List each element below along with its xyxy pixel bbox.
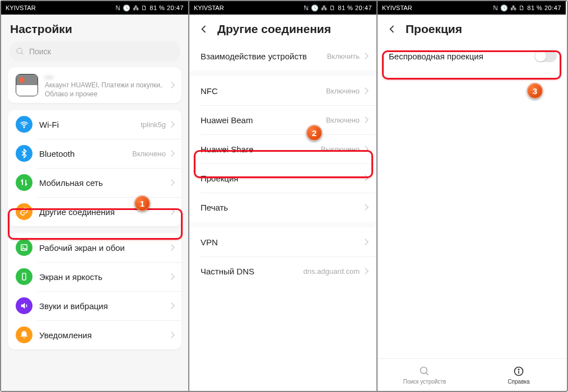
display-icon	[16, 268, 32, 285]
row-mobile[interactable]: Мобильная сеть	[8, 168, 181, 197]
gap	[189, 71, 376, 76]
row-label: Экран и яркость	[39, 272, 169, 282]
row-sound[interactable]: Звуки и вибрация	[8, 291, 181, 320]
badge-2: 2	[306, 125, 322, 141]
row-label: Частный DNS	[201, 267, 304, 276]
status-right: ℕ 🕓 ⁂ 🗋 81 % 20:47	[304, 4, 372, 12]
svg-point-0	[17, 48, 22, 53]
status-bar: KYIVSTAR ℕ 🕓 ⁂ 🗋 81 % 20:47	[1, 1, 188, 15]
row-display[interactable]: Экран и яркость	[8, 262, 181, 291]
row-other-connections[interactable]: Другие соединения	[8, 197, 181, 226]
account-card[interactable]: — Аккаунт HUAWEI, Платежи и покупки, Обл…	[8, 67, 181, 103]
mobile-data-icon	[16, 174, 32, 191]
row-device-interaction[interactable]: Взаимодействие устройствВключить	[189, 41, 376, 71]
tab-help[interactable]: Справка	[472, 359, 566, 391]
status-right: ℕ 🕓 ⁂ 🗋 81 % 20:47	[493, 4, 561, 12]
chevron-right-icon	[362, 204, 368, 210]
sound-icon	[16, 297, 32, 314]
chevron-right-icon	[168, 332, 174, 338]
search-placeholder: Поиск	[29, 47, 51, 56]
tab-label: Справка	[508, 379, 529, 385]
row-label: Другие соединения	[39, 207, 169, 217]
chevron-right-icon	[362, 175, 368, 181]
gap	[189, 222, 376, 227]
account-sub: Аккаунт HUAWEI, Платежи и покупки, Облак…	[45, 81, 169, 99]
wallpaper-icon	[16, 239, 32, 256]
row-notifications[interactable]: Уведомления	[8, 320, 181, 349]
back-icon[interactable]	[198, 24, 209, 35]
chevron-right-icon	[168, 82, 174, 88]
chevron-right-icon	[168, 122, 174, 128]
status-carrier: KYIVSTAR	[194, 4, 224, 11]
row-label: Мобильная сеть	[39, 178, 169, 188]
wifi-icon	[16, 116, 32, 133]
row-label: NFC	[201, 86, 326, 96]
svg-point-2	[24, 127, 25, 128]
row-nfc[interactable]: NFCВключено	[189, 76, 376, 105]
row-label: Звуки и вибрация	[39, 301, 169, 311]
status-right: ℕ 🕓 ⁂ 🗋 81 % 20:47	[115, 4, 184, 12]
row-wallpaper[interactable]: Рабочий экран и обои	[8, 233, 181, 262]
chevron-right-icon	[362, 268, 368, 274]
row-label: Wi-Fi	[39, 120, 141, 129]
page-title: Проекция	[406, 22, 462, 36]
row-private-dns[interactable]: Частный DNSdns.adguard.com	[189, 256, 376, 286]
panel-other-connections: KYIVSTAR ℕ 🕓 ⁂ 🗋 81 % 20:47 Другие соеди…	[189, 1, 378, 391]
panel-projection: KYIVSTAR ℕ 🕓 ⁂ 🗋 81 % 20:47 Проекция Бес…	[378, 1, 566, 391]
search-icon	[16, 47, 25, 56]
row-value: Включено	[132, 150, 166, 158]
row-print[interactable]: Печать	[189, 193, 376, 222]
row-value: dns.adguard.com	[304, 267, 360, 276]
chevron-right-icon	[168, 303, 174, 309]
header: Другие соединения	[189, 15, 376, 41]
search-icon	[419, 366, 430, 377]
avatar-icon	[16, 74, 38, 96]
bell-icon	[16, 326, 32, 343]
header: Проекция	[378, 15, 566, 41]
tab-search-devices[interactable]: Поиск устройств	[378, 359, 472, 391]
row-wifi[interactable]: Wi-Fi tplink5g	[8, 110, 181, 139]
row-value: Включено	[326, 87, 360, 95]
row-value: Выключено	[321, 145, 360, 153]
row-bluetooth[interactable]: Bluetooth Включено	[8, 139, 181, 168]
search-input[interactable]: Поиск	[9, 41, 180, 62]
chevron-right-icon	[168, 274, 174, 280]
row-wireless-projection[interactable]: Беспроводная проекция	[378, 41, 566, 71]
row-value: Включено	[326, 116, 360, 124]
svg-line-7	[426, 372, 429, 375]
row-huawei-share[interactable]: Huawei ShareВыключено	[189, 134, 376, 164]
row-vpn[interactable]: VPN	[189, 227, 376, 256]
badge-1: 1	[134, 195, 150, 211]
page-title: Настройки	[10, 22, 72, 36]
row-label: Рабочий экран и обои	[39, 243, 169, 253]
chevron-right-icon	[362, 116, 368, 123]
row-value: tplink5g	[141, 120, 166, 129]
back-icon[interactable]	[387, 24, 398, 35]
row-label: Проекция	[201, 174, 363, 183]
account-name: —	[45, 72, 169, 81]
chevron-right-icon	[362, 146, 368, 152]
panel-settings: KYIVSTAR ℕ 🕓 ⁂ 🗋 81 % 20:47 Настройки По…	[1, 1, 189, 391]
link-icon	[16, 203, 32, 220]
status-carrier: KYIVSTAR	[382, 4, 412, 11]
row-label: Уведомления	[39, 330, 169, 340]
bottom-bar: Поиск устройств Справка	[378, 358, 566, 391]
toggle-switch[interactable]	[534, 50, 557, 62]
chevron-right-icon	[168, 209, 174, 215]
display-card: Рабочий экран и обои Экран и яркость Зву…	[8, 233, 181, 349]
info-icon	[513, 366, 524, 377]
chevron-right-icon	[362, 87, 368, 94]
row-projection[interactable]: Проекция	[189, 164, 376, 193]
svg-rect-5	[22, 273, 26, 280]
page-title: Другие соединения	[217, 22, 331, 36]
row-huawei-beam[interactable]: Huawei BeamВключено	[189, 105, 376, 134]
row-label: Беспроводная проекция	[389, 52, 534, 61]
header: Настройки	[1, 15, 188, 41]
chevron-right-icon	[168, 245, 174, 251]
row-label: Печать	[201, 203, 363, 212]
row-label: Bluetooth	[39, 149, 132, 158]
status-bar: KYIVSTAR ℕ 🕓 ⁂ 🗋 81 % 20:47	[189, 1, 376, 15]
chevron-right-icon	[362, 239, 368, 245]
svg-point-6	[421, 367, 427, 374]
svg-point-4	[22, 246, 24, 248]
